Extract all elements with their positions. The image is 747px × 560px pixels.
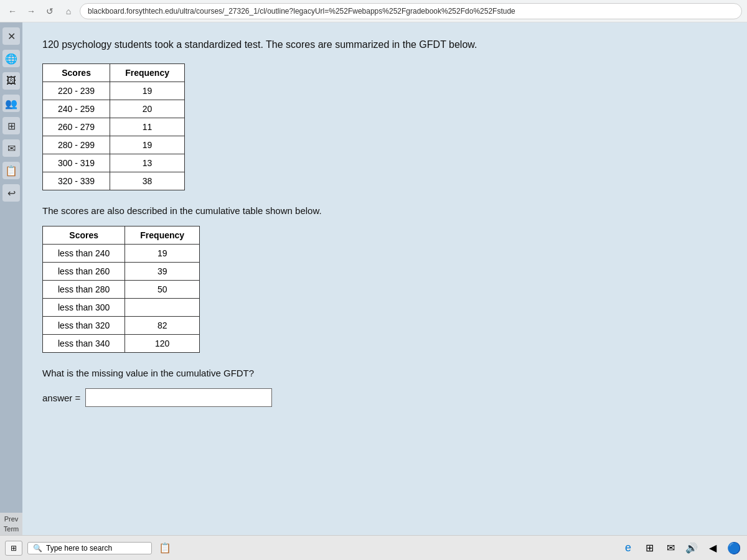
table-row: 260 - 27911	[43, 118, 185, 136]
table-cell: 260 - 279	[43, 118, 110, 136]
main-content: 120 psychology students took a standardi…	[22, 22, 747, 560]
taskbar-search-icon: 🔍	[33, 544, 42, 553]
table-row: 320 - 33938	[43, 172, 185, 190]
table-cell: less than 320	[43, 317, 125, 335]
back-button[interactable]: ←	[5, 4, 20, 19]
cum-table-header-scores: Scores	[43, 226, 125, 245]
users-icon[interactable]: 👥	[2, 95, 20, 112]
table-cell: 20	[110, 100, 185, 118]
table-row: 300 - 31913	[43, 154, 185, 172]
taskbar-chrome-icon[interactable]: 🔵	[726, 540, 742, 556]
close-icon[interactable]: ✕	[2, 27, 20, 45]
table-cell: 82	[125, 317, 200, 335]
intro-text: 120 psychology students took a standardi…	[42, 37, 727, 52]
start-button[interactable]: ⊞	[5, 541, 22, 556]
table-row: less than 32082	[43, 317, 200, 335]
cumulative-table: Scores Frequency less than 24019less tha…	[42, 226, 200, 353]
taskbar-back-icon[interactable]: ◀	[705, 540, 721, 556]
cum-table-header-frequency: Frequency	[125, 226, 200, 245]
table-row: less than 300	[43, 299, 200, 317]
table-cell: 50	[125, 281, 200, 299]
taskbar-monitor-icon[interactable]: 📋	[157, 540, 173, 556]
table-cell: 120	[125, 335, 200, 353]
taskbar-volume-icon[interactable]: 🔊	[684, 540, 700, 556]
frequency-table: Scores Frequency 220 - 23919240 - 259202…	[42, 63, 185, 190]
table-row: less than 28050	[43, 281, 200, 299]
table-cell: 320 - 339	[43, 172, 110, 190]
taskbar: ⊞ 🔍 Type here to search 📋 e ⊞ ✉ 🔊 ◀ 🔵	[0, 535, 747, 560]
table-cell: less than 340	[43, 335, 125, 353]
table-cell: 280 - 299	[43, 136, 110, 154]
term-label: Term	[4, 525, 19, 533]
table-cell: less than 260	[43, 263, 125, 281]
table-cell: less than 280	[43, 281, 125, 299]
globe-icon[interactable]: 🌐	[2, 50, 20, 67]
table-cell: less than 240	[43, 245, 125, 263]
taskbar-edge-icon[interactable]: e	[620, 540, 636, 556]
table-row: less than 26039	[43, 263, 200, 281]
table-cell: 38	[110, 172, 185, 190]
prev-label: Prev	[4, 515, 19, 523]
table-cell: 220 - 239	[43, 82, 110, 100]
refresh-button[interactable]: ↺	[42, 4, 57, 19]
table-row: less than 24019	[43, 245, 200, 263]
mail-icon[interactable]: ✉	[2, 139, 20, 157]
forward-button[interactable]: →	[24, 4, 39, 19]
answer-input[interactable]	[85, 388, 272, 407]
taskbar-right-icons: e ⊞ ✉ 🔊 ◀ 🔵	[620, 540, 742, 556]
address-bar[interactable]	[80, 3, 742, 19]
table-row: 280 - 29919	[43, 136, 185, 154]
taskbar-mail-icon[interactable]: ✉	[662, 540, 679, 556]
table-cell: 240 - 259	[43, 100, 110, 118]
sidebar: ✕ 🌐 🖼 👥 ⊞ ✉ 📋 ↩	[0, 22, 22, 560]
taskbar-search[interactable]: 🔍 Type here to search	[27, 542, 152, 554]
table-row: 240 - 25920	[43, 100, 185, 118]
freq-table-header-frequency: Frequency	[110, 64, 185, 82]
image-icon[interactable]: 🖼	[2, 72, 20, 90]
table-cell: 39	[125, 263, 200, 281]
table-cell: 19	[110, 136, 185, 154]
table-row: 220 - 23919	[43, 82, 185, 100]
answer-row: answer =	[42, 388, 727, 407]
table-cell	[125, 299, 200, 317]
back-arrow-icon[interactable]: ↩	[2, 184, 20, 202]
table-cell: 13	[110, 154, 185, 172]
taskbar-search-placeholder: Type here to search	[46, 544, 112, 553]
taskbar-apps-icon[interactable]: ⊞	[641, 540, 657, 556]
freq-table-header-scores: Scores	[43, 64, 110, 82]
table-cell: 11	[110, 118, 185, 136]
table-cell: 19	[125, 245, 200, 263]
question-text: What is the missing value in the cumulat…	[42, 368, 727, 378]
table-cell: 300 - 319	[43, 154, 110, 172]
home-button[interactable]: ⌂	[61, 4, 76, 19]
document-icon[interactable]: 📋	[2, 162, 20, 179]
cumulative-intro-text: The scores are also described in the cum…	[42, 205, 727, 216]
grid-icon[interactable]: ⊞	[2, 117, 20, 134]
answer-label: answer =	[42, 393, 80, 403]
table-cell: less than 300	[43, 299, 125, 317]
table-row: less than 340120	[43, 335, 200, 353]
browser-bar: ← → ↺ ⌂	[0, 0, 747, 22]
table-cell: 19	[110, 82, 185, 100]
